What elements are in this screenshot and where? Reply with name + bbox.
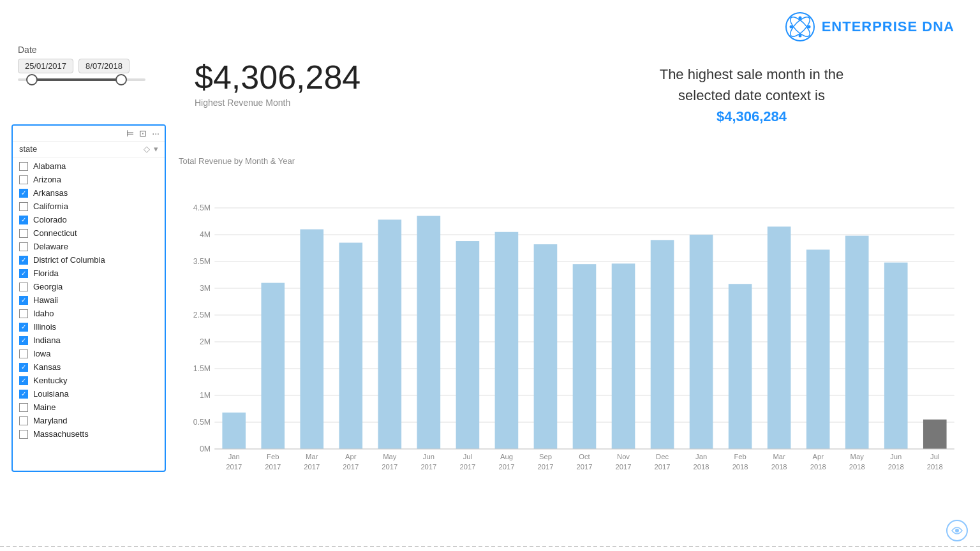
state-list-item[interactable]: ✓Kansas [13,360,165,374]
chart-bar[interactable] [300,230,323,449]
svg-text:2017: 2017 [459,463,475,471]
svg-point-6 [807,26,810,29]
chart-bar[interactable] [690,235,713,449]
state-checkbox[interactable]: ✓ [19,363,28,372]
svg-text:Feb: Feb [734,453,746,460]
svg-text:Nov: Nov [617,453,630,460]
svg-text:4M: 4M [200,230,211,239]
chart-bar[interactable] [534,244,558,449]
state-list-item[interactable]: Georgia [13,280,165,293]
expand-icon[interactable]: ⊡ [139,128,147,138]
svg-text:Feb: Feb [267,453,279,460]
date-label: Date [18,45,145,55]
chart-bar[interactable] [651,240,674,449]
chart-area: Total Revenue by Month & Year 0M0.5M1M1.… [179,156,961,519]
state-list-item[interactable]: Maryland [13,414,165,427]
state-list-item[interactable]: ✓Colorado [13,213,165,226]
svg-text:2017: 2017 [498,463,514,471]
state-checkbox[interactable]: ✓ [19,323,28,332]
state-checkbox[interactable]: ✓ [19,256,28,265]
slider-thumb-right[interactable] [115,74,127,85]
state-checkbox[interactable] [19,349,28,358]
state-list-item[interactable]: Massachusetts [13,427,165,441]
state-list-item[interactable]: ✓Illinois [13,320,165,334]
chart-svg: 0M0.5M1M1.5M2M2.5M3M3.5M4M4.5MJan2017Feb… [179,171,961,518]
slider-thumb-left[interactable] [26,74,38,85]
state-checkbox[interactable] [19,416,28,425]
state-list-item[interactable]: Idaho [13,307,165,320]
svg-text:Aug: Aug [500,453,513,460]
watermark-icon [946,519,969,542]
state-checkbox[interactable]: ✓ [19,216,28,224]
state-list-item[interactable]: Connecticut [13,226,165,240]
state-list-item[interactable]: California [13,200,165,213]
chart-bar[interactable] [456,241,480,449]
insight-value: $4,306,284 [716,108,787,124]
chart-bar[interactable] [729,284,752,449]
state-checkbox[interactable] [19,162,28,171]
state-checkbox[interactable] [19,403,28,412]
state-checkbox[interactable] [19,175,28,184]
state-checkbox[interactable]: ✓ [19,296,28,305]
state-list-item[interactable]: ✓Louisiana [13,387,165,400]
state-name: Maryland [33,416,67,425]
chart-bar[interactable] [612,263,635,449]
state-list-item[interactable]: ✓Hawaii [13,293,165,307]
chart-bar[interactable] [884,263,908,449]
state-checkbox[interactable] [19,202,28,211]
chart-bar[interactable] [923,420,947,449]
date-start[interactable]: 25/01/2017 [18,59,73,73]
svg-point-5 [789,26,792,29]
chart-bar[interactable] [806,249,830,448]
state-checkbox[interactable] [19,242,28,251]
chart-bar[interactable] [845,236,869,449]
state-list-item[interactable]: Maine [13,400,165,414]
date-range-row: 25/01/2017 8/07/2018 [18,59,145,73]
state-checkbox[interactable] [19,229,28,238]
chart-bar[interactable] [339,243,362,449]
svg-point-4 [798,34,801,38]
state-list-item[interactable]: Iowa [13,347,165,360]
chart-bar[interactable] [261,283,285,449]
state-list-item[interactable]: ✓Indiana [13,334,165,347]
state-list-item[interactable]: Alabama [13,159,165,173]
state-checkbox[interactable] [19,430,28,439]
state-checkbox[interactable]: ✓ [19,390,28,399]
state-checkbox[interactable]: ✓ [19,376,28,385]
chart-bar[interactable] [417,216,441,449]
chart-bar[interactable] [768,226,791,449]
state-list-item[interactable]: ✓Kentucky [13,374,165,387]
state-checkbox[interactable]: ✓ [19,336,28,345]
date-end[interactable]: 8/07/2018 [78,59,130,73]
filter-icon[interactable]: ⊨ [126,128,134,138]
state-list-item[interactable]: Delaware [13,240,165,253]
state-list-item[interactable]: ✓Florida [13,267,165,280]
svg-point-3 [798,17,801,20]
svg-text:2018: 2018 [849,463,865,471]
state-list-item[interactable]: ✓District of Columbia [13,253,165,267]
slider-fill [32,78,121,81]
svg-text:2018: 2018 [927,463,943,471]
svg-text:Mar: Mar [773,453,785,460]
svg-text:2017: 2017 [382,463,397,471]
svg-text:May: May [850,453,865,460]
svg-text:2M: 2M [200,337,211,346]
state-list-item[interactable]: Arizona [13,173,165,186]
date-slider-track[interactable] [18,78,145,81]
chevron-down-icon[interactable]: ▾ [154,144,158,154]
insight-line1: The highest sale month in the [660,66,844,82]
chart-container: 0M0.5M1M1.5M2M2.5M3M3.5M4M4.5MJan2017Feb… [179,171,961,518]
chart-bar[interactable] [573,264,597,449]
state-checkbox[interactable]: ✓ [19,269,28,278]
state-checkbox[interactable] [19,309,28,318]
clear-icon[interactable]: ◇ [144,144,150,154]
more-icon[interactable]: ··· [152,128,160,138]
state-list-item[interactable]: ✓Arkansas [13,186,165,200]
state-checkbox[interactable] [19,283,28,291]
chart-bar[interactable] [378,219,402,449]
state-checkbox[interactable]: ✓ [19,189,28,198]
svg-text:Mar: Mar [306,453,318,460]
chart-bar[interactable] [222,413,246,449]
svg-text:Apr: Apr [812,453,824,460]
chart-bar[interactable] [495,232,519,449]
